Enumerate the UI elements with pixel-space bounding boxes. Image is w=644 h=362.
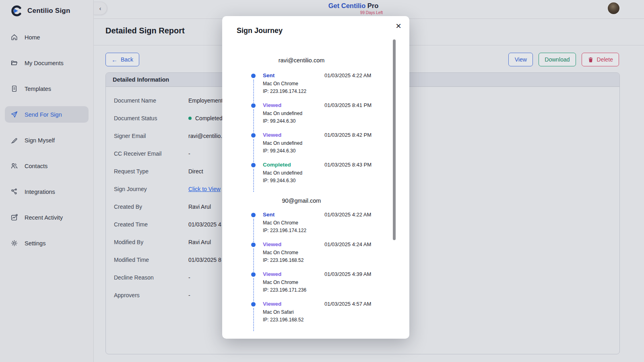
- sign-journey-modal: ✕ Sign Journey ravi@centilio.com S: [222, 16, 409, 339]
- event-device: Mac On Chrome: [263, 219, 386, 227]
- event-ip: IP: 223.196.174.122: [263, 227, 386, 234]
- event-time: 01/03/2025 4:39 AM: [324, 271, 371, 277]
- event-status: Sent: [263, 72, 324, 78]
- journey-timeline: Sent 01/03/2025 4:22 AM Mac On Chrome IP…: [253, 212, 386, 331]
- journey-event: Viewed 01/03/2025 4:57 AM Mac On Safari …: [253, 301, 386, 331]
- timeline-dot-icon: [251, 103, 256, 108]
- event-status: Viewed: [263, 102, 324, 108]
- close-icon: ✕: [395, 22, 401, 30]
- modal-scrollbar[interactable]: [393, 39, 396, 240]
- journey-timeline: Sent 01/03/2025 4:22 AM Mac On Chrome IP…: [253, 72, 386, 191]
- event-ip: IP: 223.196.168.52: [263, 316, 386, 324]
- event-time: 01/03/2025 8:43 PM: [324, 162, 372, 168]
- event-status: Viewed: [263, 301, 324, 307]
- event-ip: IP: 99.244.6.30: [263, 177, 386, 185]
- timeline-dot-icon: [251, 74, 256, 78]
- journey-event: Viewed 01/03/2025 4:39 AM Mac On Chrome …: [253, 271, 386, 301]
- journey-email: 90@gmail.com: [282, 197, 321, 204]
- event-device: Mac On undefined: [263, 110, 386, 117]
- event-status: Viewed: [263, 271, 324, 277]
- event-ip: IP: 99.244.6.30: [263, 117, 386, 125]
- close-button[interactable]: ✕: [394, 22, 403, 31]
- timeline-dot-icon: [251, 272, 256, 277]
- event-device: Mac On Chrome: [263, 249, 386, 257]
- timeline-dot-icon: [251, 243, 256, 247]
- event-device: Mac On undefined: [263, 140, 386, 147]
- journey-event: Viewed 01/03/2025 4:24 AM Mac On Chrome …: [253, 241, 386, 271]
- app: Centilio Sign Home My Documents Template…: [0, 0, 644, 362]
- journey-group: ravi@centilio.com Sent 01/03/2025 4:22 A…: [237, 58, 386, 191]
- event-time: 01/03/2025 8:41 PM: [324, 102, 372, 108]
- sign-journey-content: ravi@centilio.com Sent 01/03/2025 4:22 A…: [237, 40, 386, 334]
- event-device: Mac On Chrome: [263, 80, 386, 88]
- journey-event: Sent 01/03/2025 4:22 AM Mac On Chrome IP…: [253, 212, 386, 241]
- timeline-dot-icon: [251, 133, 256, 138]
- event-device: Mac On undefined: [263, 169, 386, 177]
- event-ip: IP: 223.196.174.122: [263, 88, 386, 95]
- timeline-dot-icon: [251, 213, 256, 217]
- event-time: 01/03/2025 4:22 AM: [324, 72, 371, 78]
- event-time: 01/03/2025 4:24 AM: [324, 241, 371, 247]
- journey-email: ravi@centilio.com: [279, 58, 325, 64]
- timeline-dot-icon: [251, 163, 256, 167]
- event-ip: IP: 223.196.171.236: [263, 286, 386, 294]
- event-time: 01/03/2025 4:57 AM: [324, 301, 371, 307]
- event-time: 01/03/2025 4:22 AM: [324, 212, 371, 218]
- event-status: Viewed: [263, 241, 324, 247]
- timeline-dot-icon: [251, 302, 256, 306]
- journey-group: 90@gmail.com Sent 01/03/2025 4:22 AM: [237, 197, 386, 331]
- journey-event: Viewed 01/03/2025 8:41 PM Mac On undefin…: [253, 102, 386, 132]
- event-status: Completed: [263, 162, 324, 168]
- event-device: Mac On Chrome: [263, 279, 386, 286]
- modal-title: Sign Journey: [237, 27, 283, 35]
- event-ip: IP: 223.196.168.52: [263, 257, 386, 264]
- event-time: 01/03/2025 8:42 PM: [324, 132, 372, 138]
- event-ip: IP: 99.244.6.30: [263, 147, 386, 155]
- journey-event: Completed 01/03/2025 8:43 PM Mac On unde…: [253, 162, 386, 191]
- journey-event: Sent 01/03/2025 4:22 AM Mac On Chrome IP…: [253, 72, 386, 102]
- journey-event: Viewed 01/03/2025 8:42 PM Mac On undefin…: [253, 132, 386, 162]
- event-status: Viewed: [263, 132, 324, 138]
- event-device: Mac On Safari: [263, 309, 386, 316]
- event-status: Sent: [263, 212, 324, 218]
